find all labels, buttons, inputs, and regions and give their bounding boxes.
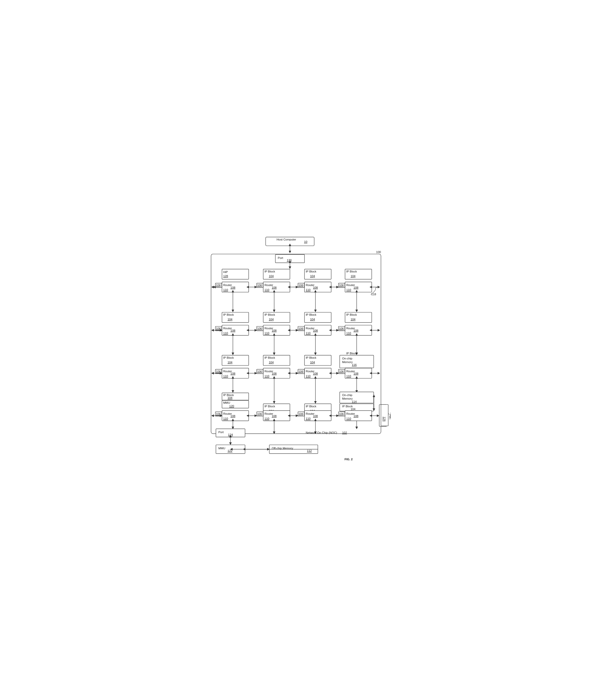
svg-text:IP Block: IP Block xyxy=(342,405,353,408)
svg-text:104: 104 xyxy=(269,361,274,364)
svg-text:104: 104 xyxy=(310,274,315,278)
svg-text:106: 106 xyxy=(298,327,303,330)
svg-text:IP Block: IP Block xyxy=(346,313,357,316)
svg-text:On-chip: On-chip xyxy=(342,394,352,397)
svg-text:110: 110 xyxy=(264,417,269,420)
svg-text:104: 104 xyxy=(228,397,232,400)
svg-text:108: 108 xyxy=(313,372,318,375)
noc-label: Network On Chip (NOC) xyxy=(306,431,337,434)
svg-text:108: 108 xyxy=(354,372,358,375)
svg-text:120: 120 xyxy=(229,404,234,408)
svg-text:110: 110 xyxy=(223,417,228,420)
svg-text:110: 110 xyxy=(264,374,269,378)
svg-text:108: 108 xyxy=(354,286,358,289)
svg-text:126: 126 xyxy=(383,417,386,421)
host-label: Host Computer xyxy=(277,238,296,241)
svg-text:IP Block: IP Block xyxy=(306,405,316,408)
svg-text:IP Block: IP Block xyxy=(306,270,316,273)
svg-text:IP Block: IP Block xyxy=(264,313,275,316)
diagram-svg: text { font-family: Arial, sans-serif; f… xyxy=(201,235,391,465)
svg-text:104: 104 xyxy=(269,274,274,278)
svg-text:110: 110 xyxy=(264,332,269,335)
svg-text:Port: Port xyxy=(389,414,391,419)
noc-num: 102 xyxy=(342,431,347,434)
svg-text:108: 108 xyxy=(231,329,235,332)
svg-text:110: 110 xyxy=(264,288,269,291)
svg-text:104: 104 xyxy=(310,361,315,364)
svg-text:106: 106 xyxy=(216,327,221,330)
svg-text:106: 106 xyxy=(257,370,262,373)
svg-text:108: 108 xyxy=(272,415,277,418)
offchip-num: 112 xyxy=(307,449,312,452)
svg-text:104: 104 xyxy=(269,318,274,321)
svg-text:Memory: Memory xyxy=(342,360,352,363)
port130-num: 130 xyxy=(287,259,292,262)
svg-text:108: 108 xyxy=(272,329,277,332)
svg-text:108: 108 xyxy=(231,415,235,418)
svg-text:128: 128 xyxy=(223,274,228,278)
svg-text:108: 108 xyxy=(354,415,358,418)
svg-text:104: 104 xyxy=(350,318,355,321)
svg-text:104: 104 xyxy=(228,318,232,321)
ref-118: 118 xyxy=(371,293,376,296)
port130-label: Port xyxy=(278,256,284,259)
svg-text:110: 110 xyxy=(346,288,351,291)
svg-text:IP Block: IP Block xyxy=(306,356,316,359)
svg-text:106: 106 xyxy=(298,412,303,415)
svg-text:106: 106 xyxy=(216,284,221,287)
svg-text:HiP: HiP xyxy=(223,270,228,273)
fig-label: FIG. 2 xyxy=(345,458,353,461)
svg-text:106: 106 xyxy=(257,327,262,330)
svg-text:104: 104 xyxy=(310,318,315,321)
svg-text:106: 106 xyxy=(339,284,344,287)
svg-text:108: 108 xyxy=(231,286,235,289)
svg-text:MMU: MMU xyxy=(223,401,230,404)
svg-text:110: 110 xyxy=(346,332,351,335)
svg-text:On-chip: On-chip xyxy=(342,357,352,360)
svg-text:106: 106 xyxy=(216,412,221,415)
svg-text:IP Block: IP Block xyxy=(264,405,275,408)
svg-text:110: 110 xyxy=(223,332,228,335)
svg-rect-205 xyxy=(381,404,388,426)
svg-text:IP Block: IP Block xyxy=(264,270,275,273)
svg-text:Memory: Memory xyxy=(342,397,352,400)
svg-text:IP Block: IP Block xyxy=(264,356,275,359)
svg-text:IP Block: IP Block xyxy=(223,394,234,397)
svg-text:IP Block: IP Block xyxy=(306,313,316,316)
svg-text:104: 104 xyxy=(350,274,355,278)
svg-text:106: 106 xyxy=(339,370,344,373)
mmu122-num: 122 xyxy=(228,449,232,452)
svg-text:IP Block: IP Block xyxy=(223,356,234,359)
page-container: text { font-family: Arial, sans-serif; f… xyxy=(196,230,396,470)
svg-text:110: 110 xyxy=(306,332,310,335)
mmu122-label: MMU xyxy=(218,447,225,450)
svg-text:108: 108 xyxy=(313,286,318,289)
svg-text:110: 110 xyxy=(306,374,310,378)
svg-text:IP Block: IP Block xyxy=(346,352,357,355)
svg-text:110: 110 xyxy=(306,417,310,420)
svg-text:110: 110 xyxy=(223,374,228,378)
svg-text:108: 108 xyxy=(313,415,318,418)
svg-text:110: 110 xyxy=(223,288,228,291)
ref-100: 100 xyxy=(376,250,381,254)
port124-num: 124 xyxy=(228,433,233,436)
svg-text:110: 110 xyxy=(306,288,310,291)
svg-text:IP Block: IP Block xyxy=(346,270,357,273)
port124-label: Port xyxy=(218,431,224,434)
svg-text:106: 106 xyxy=(298,370,303,373)
svg-text:108: 108 xyxy=(272,372,277,375)
svg-text:108: 108 xyxy=(313,329,318,332)
svg-text:108: 108 xyxy=(272,286,277,289)
svg-text:106: 106 xyxy=(257,412,262,415)
svg-text:110: 110 xyxy=(346,417,351,420)
svg-text:114: 114 xyxy=(352,400,357,403)
host-num: 10 xyxy=(304,241,307,244)
svg-text:104: 104 xyxy=(350,408,355,411)
svg-text:106: 106 xyxy=(339,412,344,415)
svg-text:106: 106 xyxy=(257,284,262,287)
svg-text:106: 106 xyxy=(216,370,221,373)
svg-text:108: 108 xyxy=(231,372,235,375)
svg-text:106: 106 xyxy=(339,327,344,330)
svg-text:108: 108 xyxy=(354,329,358,332)
svg-text:116: 116 xyxy=(352,363,357,367)
